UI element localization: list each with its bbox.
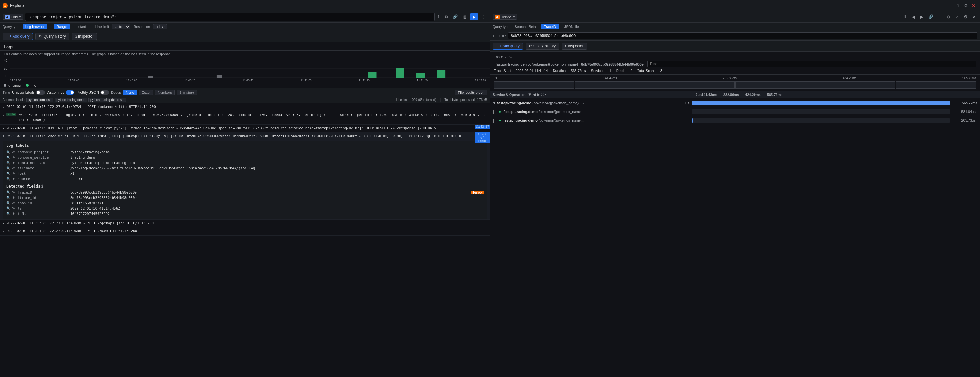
log-entry[interactable]: ▶ 2022-02-01 11:41:15 172.27.0.1:49734 -…	[0, 103, 490, 111]
span-bar-fill-child-2	[692, 118, 693, 122]
span-time-root: 0μs	[665, 101, 690, 105]
right-zoom-in-btn[interactable]: ⊕	[937, 13, 943, 20]
wrap-lines-toggle[interactable]: Wrap lines	[47, 90, 74, 95]
trace-find-input[interactable]	[647, 60, 976, 67]
share-button[interactable]: ⇧	[955, 2, 962, 10]
filter-include-icon-6[interactable]: 🔍	[6, 177, 11, 181]
tab-instant[interactable]: Instant	[73, 24, 89, 29]
filter-include-icon-3[interactable]: 🔍	[6, 161, 11, 165]
trace-id-input[interactable]	[508, 32, 977, 39]
log-expand-icon-2[interactable]: ▶	[3, 113, 5, 117]
detected-eye-icon-2[interactable]: 👁	[11, 196, 15, 200]
label-tag-compose[interactable]: python-compose	[26, 98, 53, 102]
span-header-jump-btn[interactable]: >>	[541, 92, 546, 97]
inspector-button[interactable]: ℹ Inspector	[72, 33, 97, 40]
log-entry[interactable]: ▶ info 2022-02-01 11:41:15 {"loglevel": …	[0, 111, 490, 124]
detected-eye-icon-3[interactable]: 👁	[11, 201, 15, 205]
query-run-btn[interactable]: ▶	[470, 13, 478, 20]
tab-json-file[interactable]: JSON file	[562, 24, 581, 29]
unique-labels-switch[interactable]	[36, 90, 45, 95]
log-expand-icon-6[interactable]: ▶	[3, 229, 5, 233]
log-entry[interactable]: ▶ 2022-02-01 11:39:39 172.27.0.1:49688 -…	[0, 227, 490, 235]
flip-results-btn[interactable]: Flip results order	[455, 90, 487, 95]
log-entry[interactable]: ▶ 2022-02-01 11:41:15.009 INFO [root] [p…	[0, 124, 490, 133]
query-link-btn[interactable]: 🔗	[451, 13, 459, 20]
query-history-button[interactable]: ⟳ Query history	[35, 33, 69, 40]
span-header-next-btn[interactable]: ▶	[537, 92, 540, 97]
prettify-json-switch[interactable]	[100, 90, 109, 95]
right-settings-btn[interactable]: ⚙	[962, 13, 969, 20]
right-query-history-btn[interactable]: ⟳ Query history	[526, 43, 559, 49]
detected-filter-icon-3[interactable]: 🔍	[6, 201, 11, 205]
filter-include-icon-4[interactable]: 🔍	[6, 166, 11, 170]
detected-eye-icon-4[interactable]: 👁	[11, 206, 15, 210]
dedup-exact-btn[interactable]: Exact	[139, 90, 153, 95]
left-query-input[interactable]: {compose_project="python-tracing-demo"}	[25, 13, 434, 21]
right-expand-btn[interactable]: ⤢	[954, 13, 960, 20]
unique-labels-label: Unique labels	[12, 90, 35, 95]
filter-eye-icon-5[interactable]: 👁	[11, 172, 15, 176]
right-forward-btn[interactable]: ▶	[918, 13, 925, 20]
span-header-expand-btn[interactable]: ▼	[528, 92, 532, 97]
filter-eye-icon-2[interactable]: 👁	[11, 156, 15, 160]
query-info-btn[interactable]: ℹ	[436, 13, 441, 20]
tempo-badge[interactable]: Tempo	[471, 191, 483, 194]
log-expand-icon-3[interactable]: ▶	[3, 126, 5, 130]
span-row-root[interactable]: ▼ fastapi-tracing-demo /pokemon/{pokemon…	[490, 99, 980, 107]
right-inspector-btn[interactable]: ℹ Inspector	[562, 43, 587, 49]
detected-filter-icon-1[interactable]: 🔍	[6, 190, 11, 194]
detected-eye-icon-1[interactable]: 👁	[11, 190, 15, 194]
filter-eye-icon-6[interactable]: 👁	[11, 177, 15, 181]
query-copy-btn[interactable]: ⧉	[443, 13, 449, 21]
log-expand-icon-4[interactable]: ▼	[3, 134, 5, 138]
right-zoom-out-btn[interactable]: ⊖	[945, 13, 952, 20]
left-source-badge[interactable]: A Loki ▾	[3, 14, 23, 20]
right-add-query-btn[interactable]: + + Add query	[493, 43, 523, 49]
log-expand-icon-5[interactable]: ▶	[3, 221, 5, 225]
filter-eye-icon-4[interactable]: 👁	[11, 166, 15, 170]
wrap-lines-switch[interactable]	[65, 90, 74, 95]
dedup-numbers-btn[interactable]: Numbers	[155, 90, 175, 95]
right-link-btn[interactable]: 🔗	[927, 13, 935, 20]
detected-eye-icon-5[interactable]: 👁	[11, 212, 15, 216]
span-header-prev-btn[interactable]: ◀	[533, 92, 536, 97]
line-limit-select[interactable]: auto 100 500 1000	[112, 24, 130, 29]
prettify-json-toggle[interactable]: Prettify JSON	[76, 90, 109, 95]
log-expand-icon-1[interactable]: ▶	[3, 105, 5, 108]
close-button[interactable]: ✕	[970, 2, 977, 10]
span-collapse-icon[interactable]: ▼	[493, 101, 496, 105]
filter-eye-icon-3[interactable]: 👁	[11, 161, 15, 165]
filter-eye-icon[interactable]: 👁	[11, 150, 15, 154]
trace-total-spans-value: 3	[660, 69, 662, 72]
detected-filter-icon-4[interactable]: 🔍	[6, 206, 11, 210]
query-delete-btn[interactable]: 🗑	[461, 13, 468, 20]
filter-include-icon[interactable]: 🔍	[6, 150, 11, 154]
tab-log-browser[interactable]: Log browser	[22, 24, 47, 29]
settings-button[interactable]: ⚙	[962, 2, 970, 10]
span-row-child-1[interactable]: │ ● fastapi-tracing-demo /pokemon/{pokem…	[490, 107, 980, 116]
add-query-button[interactable]: + + Add query	[3, 33, 33, 40]
filter-include-icon-2[interactable]: 🔍	[6, 156, 11, 160]
dedup-signature-btn[interactable]: Signature	[177, 90, 197, 95]
unique-labels-toggle[interactable]: Unique labels	[12, 90, 45, 95]
tab-search-beta[interactable]: Search - Beta	[512, 24, 538, 29]
tab-range[interactable]: Range	[54, 24, 69, 29]
chart-legend: unknown info	[0, 82, 490, 88]
query-more-btn[interactable]: ⋮	[480, 13, 487, 20]
dedup-none-btn[interactable]: None	[123, 90, 137, 95]
right-share-btn[interactable]: ⇧	[902, 13, 908, 20]
right-close-btn[interactable]: ✕	[971, 13, 977, 20]
log-entry-expanded[interactable]: ▼ 2022-02-01 11:41:14 2022-02-01 10:41:1…	[0, 132, 490, 220]
label-tag-tracing[interactable]: python-tracing-demo	[54, 98, 87, 102]
log-entry[interactable]: ▶ 2022-02-01 11:39:39 172.27.0.1:49688 -…	[0, 220, 490, 228]
filter-include-icon-5[interactable]: 🔍	[6, 172, 11, 176]
trace-duration-value: 565.72ms	[571, 69, 586, 72]
tab-traceid[interactable]: TraceID	[541, 24, 559, 29]
span-row-child-2[interactable]: │ ● fastapi-tracing-demo /pokemon/{pokem…	[490, 116, 980, 125]
right-source-badge[interactable]: A Tempo ▾	[493, 14, 517, 20]
resolution-badge[interactable]: 1/1 ⟨/⟩	[153, 24, 167, 29]
detected-filter-icon-2[interactable]: 🔍	[6, 196, 11, 200]
right-back-btn[interactable]: ◀	[910, 13, 916, 20]
detected-filter-icon-5[interactable]: 🔍	[6, 212, 11, 216]
label-tag-tracing-demo[interactable]: python-tracing-demo-s...	[88, 98, 126, 102]
